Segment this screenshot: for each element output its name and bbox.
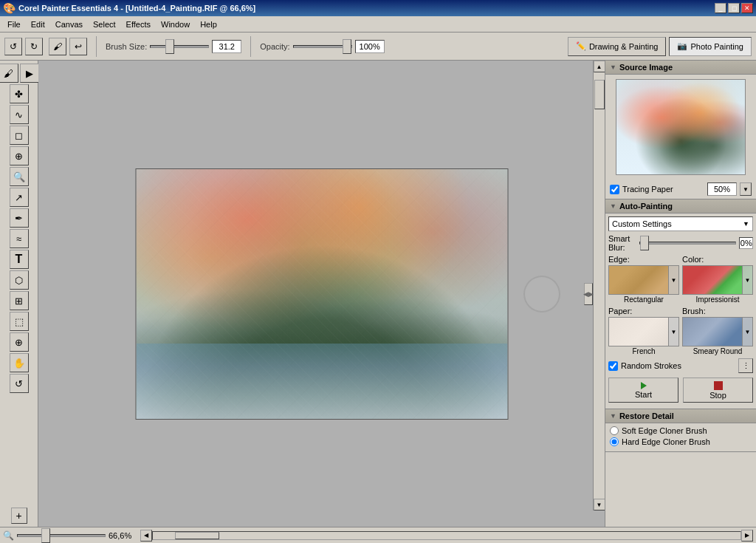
- menu-effects[interactable]: Effects: [122, 18, 155, 30]
- auto-painting-header: ▼ Auto-Painting: [605, 199, 756, 214]
- paper-preview[interactable]: ▼: [608, 317, 679, 346]
- random-strokes-row: Random Strokes ⋮: [608, 358, 753, 373]
- hand-tool[interactable]: ✋: [10, 353, 29, 372]
- titlebar-controls[interactable]: _ ◻ ✕: [715, 3, 753, 13]
- menu-window[interactable]: Window: [157, 18, 194, 30]
- blend-tool[interactable]: ∿: [10, 105, 29, 124]
- drawing-painting-mode-button[interactable]: ✏️ Drawing & Painting: [568, 37, 667, 56]
- eyedropper-tool[interactable]: ✒: [10, 208, 29, 228]
- restore-button[interactable]: ◻: [728, 3, 740, 13]
- paper-dropdown-button[interactable]: ▼: [668, 318, 678, 346]
- clone-tool[interactable]: ⊕: [10, 146, 29, 165]
- settings-dropdown[interactable]: Custom Settings ▼: [608, 216, 753, 231]
- next-tool[interactable]: ▶: [20, 64, 39, 83]
- zoom-tool[interactable]: 🔍: [10, 167, 29, 186]
- edge-preview[interactable]: ▼: [608, 265, 679, 295]
- brush-dropdown-button[interactable]: ▼: [742, 318, 752, 346]
- mode-group: ✏️ Drawing & Painting 📷 Photo Painting: [568, 37, 752, 56]
- tracing-paper-row: Tracing Paper 50% ▼: [605, 180, 756, 199]
- opacity-input[interactable]: 100%: [355, 40, 385, 53]
- start-button[interactable]: Start: [608, 378, 678, 403]
- color-col: Color: ▼ Impressionist: [682, 255, 753, 304]
- photo-painting-mode-button[interactable]: 📷 Photo Painting: [669, 37, 752, 56]
- source-image-arrow[interactable]: ▼: [610, 64, 616, 71]
- stop-icon: [714, 381, 723, 390]
- close-button[interactable]: ✕: [741, 3, 753, 13]
- shape-tool[interactable]: ⬡: [10, 270, 29, 290]
- brush-name: Smeary Round: [682, 347, 753, 355]
- restore-detail-arrow[interactable]: ▼: [610, 412, 616, 420]
- transform-tool[interactable]: ⊞: [10, 291, 29, 310]
- menu-file[interactable]: File: [3, 18, 25, 30]
- hscroll-right-button[interactable]: ▶: [741, 530, 753, 542]
- canvas-vscroll[interactable]: ▲ ▼: [593, 61, 605, 510]
- main-area: 🖌 ▶ ✤ ∿ ◻ ⊕ 🔍 ↗ ✒ ≈ T ⬡ ⊞ ⬚ ⊕ ✋ ↺ + ▲ ▼ …: [0, 61, 756, 527]
- brush-preview[interactable]: ▼: [682, 317, 753, 346]
- stop-button[interactable]: Stop: [683, 378, 753, 403]
- vscroll-up-button[interactable]: ▲: [594, 61, 605, 72]
- drawing-icon: ✏️: [576, 41, 586, 51]
- color-dropdown-button[interactable]: ▼: [742, 266, 752, 294]
- color-preview[interactable]: ▼: [682, 265, 753, 295]
- selection-tool[interactable]: ⬚: [10, 312, 29, 331]
- smart-blur-slider[interactable]: [639, 242, 736, 245]
- rotate-canvas-tool[interactable]: ↺: [10, 374, 29, 393]
- rotate-tool-button[interactable]: ↩: [69, 38, 87, 55]
- menu-canvas[interactable]: Canvas: [51, 18, 87, 30]
- random-strokes-options-button[interactable]: ⋮: [738, 358, 753, 373]
- smart-blur-row: Smart Blur: 0%: [608, 234, 753, 252]
- source-image-title: Source Image: [619, 63, 673, 72]
- start-icon: [641, 382, 647, 389]
- eraser-tool[interactable]: ◻: [10, 126, 29, 145]
- hscroll-left-button[interactable]: ◀: [140, 530, 152, 542]
- settings-dropdown-label: Custom Settings: [612, 219, 672, 228]
- minimize-button[interactable]: _: [715, 3, 726, 13]
- tracing-percent-dropdown[interactable]: ▼: [740, 182, 752, 196]
- brush-label: Brush:: [682, 307, 753, 315]
- smear-tool[interactable]: ≈: [10, 229, 29, 248]
- brush-tool[interactable]: 🖌: [0, 64, 18, 83]
- smart-blur-value: 0%: [739, 237, 753, 249]
- painting-canvas[interactable]: [135, 168, 508, 420]
- menu-help[interactable]: Help: [196, 18, 221, 30]
- brush-size-input[interactable]: 31.2: [212, 40, 241, 53]
- vscroll-track[interactable]: [594, 72, 605, 499]
- zoom-icon: 🔍: [3, 530, 14, 541]
- app-icon: 🎨: [3, 2, 16, 14]
- undo-button[interactable]: ↺: [4, 38, 22, 55]
- move-tool[interactable]: ⊕: [10, 332, 29, 352]
- paper-name: French: [608, 347, 679, 355]
- brush-size-group: Brush Size: 31.2: [106, 40, 241, 53]
- menu-select[interactable]: Select: [89, 18, 120, 30]
- menubar: File Edit Canvas Select Effects Window H…: [0, 16, 756, 33]
- add-tool-button[interactable]: +: [11, 508, 27, 524]
- vscroll-thumb[interactable]: [594, 80, 605, 109]
- brush-tool-button[interactable]: 🖌: [49, 38, 66, 55]
- edge-dropdown-button[interactable]: ▼: [668, 266, 678, 294]
- paper-col: Paper: ▼ French: [608, 307, 679, 355]
- rotate-view-tool[interactable]: ↗: [10, 188, 29, 207]
- zoom-slider[interactable]: [17, 534, 106, 537]
- toolbar: ↺ ↻ 🖌 ↩ Brush Size: 31.2 Opacity: 100% ✏…: [0, 33, 756, 61]
- opacity-slider[interactable]: [293, 45, 352, 48]
- restore-option2-radio[interactable]: [610, 437, 619, 446]
- bottom-bar: 🔍 66,6% ◀ ▶: [0, 527, 756, 543]
- start-stop-row: Start Stop: [608, 378, 753, 403]
- source-image-preview[interactable]: [616, 79, 746, 175]
- media-tool[interactable]: ✤: [10, 84, 29, 103]
- titlebar: 🎨 Corel Painter Essentials 4 - [Untitled…: [0, 0, 756, 16]
- menu-edit[interactable]: Edit: [27, 18, 49, 30]
- random-strokes-checkbox[interactable]: [608, 361, 618, 371]
- hscroll-track[interactable]: [152, 531, 741, 540]
- vscroll-down-button[interactable]: ▼: [594, 499, 605, 510]
- text-tool[interactable]: T: [10, 250, 29, 269]
- brush-size-slider[interactable]: [150, 45, 209, 48]
- paper-brush-row: Paper: ▼ French Brush: ▼ Smeary Round: [608, 307, 753, 355]
- hscroll-thumb[interactable]: [175, 532, 219, 539]
- panel-divider-button[interactable]: ◀▶: [584, 283, 593, 305]
- restore-option1-radio[interactable]: [610, 426, 619, 435]
- redo-button[interactable]: ↻: [25, 38, 43, 55]
- brush-col: Brush: ▼ Smeary Round: [682, 307, 753, 355]
- auto-painting-arrow[interactable]: ▼: [610, 202, 616, 210]
- tracing-paper-checkbox[interactable]: [610, 185, 619, 194]
